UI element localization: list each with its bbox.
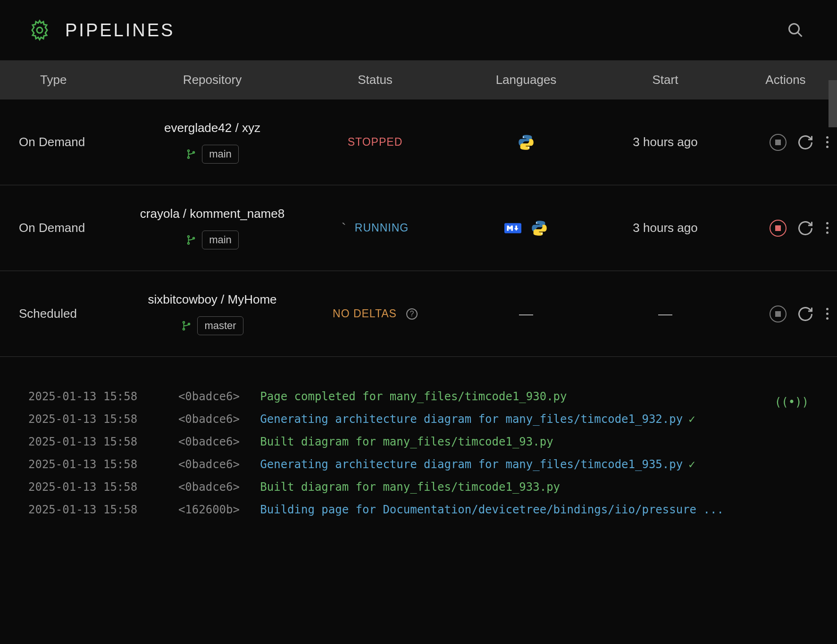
log-timestamp: 2025-01-13 15:58 [28,503,137,516]
stop-button[interactable] [770,305,787,322]
svg-point-13 [541,232,543,234]
start-time: 3 hours ago [633,221,697,235]
log-message: Generating architecture diagram for many… [260,458,683,471]
type-cell: On Demand [14,135,123,149]
svg-point-3 [188,150,190,152]
start-time: 3 hours ago [633,135,697,149]
log-line: 2025-01-13 15:58 <0badce6> Generating ar… [28,408,809,430]
log-timestamp: 2025-01-13 15:58 [28,458,137,471]
log-hash: <0badce6> [178,390,240,403]
svg-point-8 [188,236,190,238]
log-message: Generating architecture diagram for many… [260,413,683,426]
col-status: Status [302,73,448,87]
repo-cell: crayola / komment_name8 main [123,206,302,249]
help-icon[interactable]: ? [406,308,418,320]
check-icon: ✓ [688,413,695,426]
log-line: 2025-01-13 15:58 <0badce6> Built diagram… [28,476,809,498]
col-repository: Repository [123,73,302,87]
svg-point-15 [183,329,185,330]
actions-cell [727,220,837,237]
log-timestamp: 2025-01-13 15:58 [28,435,137,448]
log-line: 2025-01-13 15:58 <0badce6> Generating ar… [28,453,809,476]
refresh-icon[interactable] [797,305,814,322]
log-timestamp: 2025-01-13 15:58 [28,413,137,426]
log-hash: <0badce6> [178,458,240,471]
svg-line-2 [798,33,802,37]
status-text: STOPPED [348,136,403,149]
python-icon [531,220,548,237]
col-type: Type [14,73,123,87]
page-title: PIPELINES [65,20,175,41]
log-timestamp: 2025-01-13 15:58 [28,480,137,494]
branch-icon [181,321,192,331]
backtick: ` [342,220,346,236]
branch-row: main [186,145,239,164]
log-message: Built diagram for many_files/timcode1_93… [260,480,560,494]
svg-point-1 [789,24,799,34]
scrollbar[interactable] [829,80,837,127]
start-cell: 3 hours ago [604,221,727,235]
col-start: Start [604,73,727,87]
stop-button[interactable] [770,134,787,151]
status-cell: STOPPED [302,136,448,149]
actions-cell [727,134,837,151]
stop-button[interactable] [770,220,787,237]
log-message: Building page for Documentation/devicetr… [260,503,724,516]
repo-name[interactable]: sixbitcowboy / MyHome [148,292,276,307]
log-hash: <0badce6> [178,435,240,448]
log-hash: <0badce6> [178,413,240,426]
header: PIPELINES [0,0,837,60]
refresh-icon[interactable] [797,220,814,237]
dash: — [519,306,533,322]
more-button[interactable] [824,220,830,236]
repo-name[interactable]: everglade42 / xyz [164,121,260,135]
log-area: 2025-01-13 15:58 <0badce6> Page complete… [0,371,837,535]
svg-point-7 [528,147,529,148]
log-hash: <162600b> [178,503,240,516]
dash: — [658,306,672,322]
pipeline-row[interactable]: On Demand everglade42 / xyz main STOPPED… [0,99,837,185]
live-indicator-icon: ((•)) [775,396,809,409]
branch-badge[interactable]: master [197,316,243,335]
status-cell: NO DELTAS ? [302,307,448,320]
check-icon: ✓ [688,458,695,471]
branch-row: main [186,231,239,249]
svg-point-6 [523,136,524,138]
type-cell: On Demand [14,221,123,235]
col-actions: Actions [727,73,837,87]
branch-badge[interactable]: main [202,145,239,164]
svg-point-0 [37,27,42,33]
langs-cell [448,134,604,151]
gear-icon [28,19,51,41]
log-message: Page completed for many_files/timcode1_9… [260,390,567,403]
pipeline-rows: On Demand everglade42 / xyz main STOPPED… [0,99,837,357]
python-icon [518,134,535,151]
repo-name[interactable]: crayola / komment_name8 [140,206,285,221]
header-left: PIPELINES [28,19,175,41]
status-text: RUNNING [355,222,409,234]
log-timestamp: 2025-01-13 15:58 [28,390,137,403]
log-line: 2025-01-13 15:58 <0badce6> Built diagram… [28,430,809,453]
log-hash: <0badce6> [178,480,240,494]
start-cell: 3 hours ago [604,135,727,149]
log-message: Built diagram for many_files/timcode1_93… [260,435,553,448]
svg-point-4 [188,157,190,159]
branch-row: master [181,316,243,335]
table-header: Type Repository Status Languages Start A… [0,60,837,99]
svg-point-12 [536,222,537,223]
start-cell: — [604,306,727,322]
more-button[interactable] [824,306,830,322]
repo-cell: sixbitcowboy / MyHome master [123,292,302,335]
type-cell: Scheduled [14,306,123,321]
actions-cell [727,305,837,322]
branch-badge[interactable]: main [202,231,239,249]
log-line: 2025-01-13 15:58 <0badce6> Page complete… [28,385,809,408]
pipeline-row[interactable]: Scheduled sixbitcowboy / MyHome master N… [0,271,837,357]
pipeline-row[interactable]: On Demand crayola / komment_name8 main `… [0,185,837,271]
refresh-icon[interactable] [797,134,814,151]
langs-cell [448,220,604,237]
status-text: NO DELTAS [333,307,397,320]
search-icon[interactable] [787,22,804,39]
repo-cell: everglade42 / xyz main [123,121,302,164]
more-button[interactable] [824,134,830,150]
